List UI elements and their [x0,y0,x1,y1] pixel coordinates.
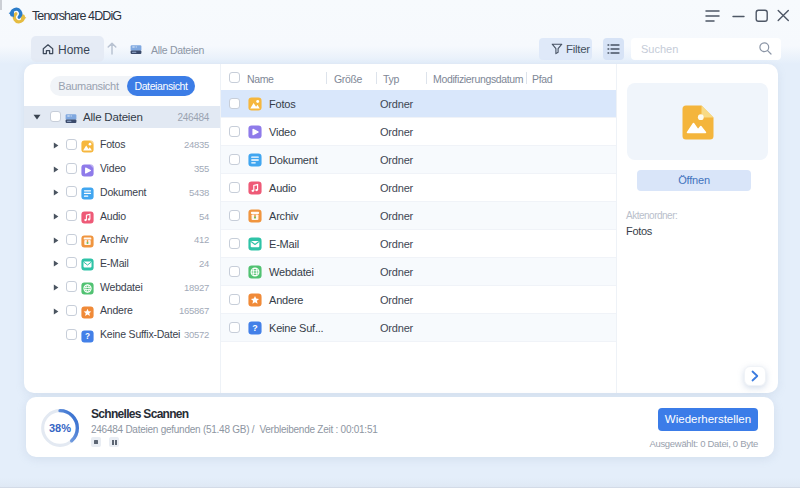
svg-text:38%: 38% [49,422,71,434]
svg-text:?: ? [85,332,90,341]
svg-text:?: ? [252,323,257,333]
